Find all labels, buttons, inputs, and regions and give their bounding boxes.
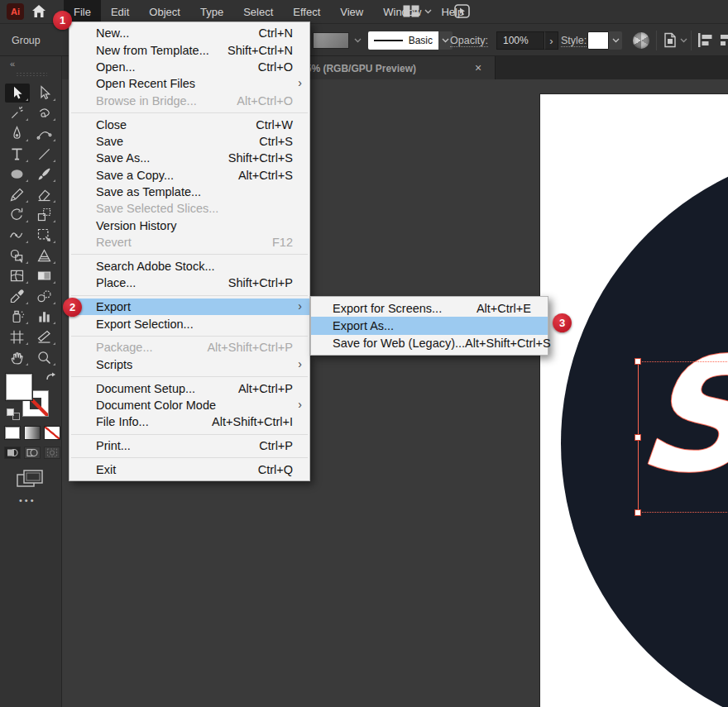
menu-item-print[interactable]: Print...Ctrl+P bbox=[69, 437, 309, 454]
fill-color-swatch[interactable] bbox=[313, 32, 349, 49]
blend-tool[interactable] bbox=[32, 287, 57, 306]
column-graph-tool[interactable] bbox=[32, 307, 57, 326]
opacity-input[interactable]: 100% bbox=[496, 31, 544, 50]
selection-handle-top-left[interactable] bbox=[635, 358, 641, 365]
type-tool[interactable] bbox=[5, 145, 30, 164]
menu-item-new[interactable]: New...Ctrl+N bbox=[69, 25, 309, 41]
direct-selection-tool[interactable] bbox=[32, 84, 57, 103]
align-center-icon[interactable] bbox=[721, 32, 728, 48]
eraser-tool[interactable] bbox=[32, 185, 57, 204]
color-mode-button[interactable] bbox=[4, 426, 21, 440]
menu-item-save-as-template[interactable]: Save as Template... bbox=[69, 184, 309, 200]
illustrator-logo-icon[interactable]: Ai bbox=[7, 3, 24, 20]
menu-item-browse-in-bridge[interactable]: Browse in Bridge...Alt+Ctrl+O bbox=[69, 93, 309, 109]
toolbar-overflow-icon[interactable]: ••• bbox=[19, 495, 36, 505]
menubar-item-object[interactable]: Object bbox=[139, 0, 190, 23]
panel-grip[interactable] bbox=[16, 72, 47, 77]
gradient-mode-button[interactable] bbox=[24, 426, 41, 440]
menu-item-save-a-copy[interactable]: Save a Copy...Alt+Ctrl+S bbox=[69, 167, 309, 184]
gradient-tool[interactable] bbox=[32, 266, 57, 285]
style-chevron-icon[interactable] bbox=[609, 31, 622, 50]
mesh-tool[interactable] bbox=[5, 266, 30, 285]
selection-handle-mid-left[interactable] bbox=[635, 434, 641, 441]
zoom-tool[interactable] bbox=[32, 348, 57, 367]
eyedropper-tool[interactable] bbox=[5, 287, 30, 306]
menu-item-version-history[interactable]: Version History bbox=[69, 217, 309, 234]
ellipse-tool[interactable] bbox=[5, 165, 30, 184]
menu-item-save-selected-slices[interactable]: Save Selected Slices... bbox=[69, 200, 309, 217]
style-label[interactable]: Style: bbox=[561, 35, 587, 47]
selection-tool[interactable] bbox=[5, 84, 30, 103]
draw-inside-button[interactable] bbox=[44, 447, 60, 459]
artboard-tool[interactable] bbox=[5, 327, 30, 346]
menubar-item-select[interactable]: Select bbox=[233, 0, 283, 23]
close-tab-icon[interactable]: × bbox=[475, 61, 481, 74]
share-screen-icon[interactable] bbox=[454, 4, 470, 18]
menu-item-exit[interactable]: ExitCtrl+Q bbox=[69, 461, 309, 478]
home-icon[interactable] bbox=[31, 4, 46, 18]
stroke-style-preview[interactable]: Basic bbox=[368, 31, 438, 50]
swap-fill-stroke-icon[interactable] bbox=[46, 372, 57, 384]
menu-item-export-as[interactable]: Export As... bbox=[311, 317, 548, 334]
shape-builder-tool[interactable] bbox=[5, 246, 30, 265]
menubar-item-edit[interactable]: Edit bbox=[101, 0, 139, 23]
draw-behind-button[interactable] bbox=[24, 447, 41, 459]
menu-item-close[interactable]: CloseCtrl+W bbox=[69, 116, 309, 132]
magic-wand-tool[interactable] bbox=[5, 103, 30, 122]
symbol-sprayer-tool[interactable] bbox=[5, 307, 30, 326]
selection-handle-bottom-left[interactable] bbox=[635, 509, 641, 516]
menu-item-revert[interactable]: RevertF12 bbox=[69, 234, 309, 251]
menu-item-new-from-template[interactable]: New from Template...Shift+Ctrl+N bbox=[69, 41, 309, 58]
draw-normal-button[interactable] bbox=[4, 447, 21, 459]
menu-item-export[interactable]: Export› bbox=[69, 299, 309, 315]
document-setup-chevron-icon[interactable] bbox=[680, 38, 687, 43]
menu-item-save-for-web-legacy[interactable]: Save for Web (Legacy)...Alt+Shift+Ctrl+S bbox=[311, 335, 548, 352]
collapse-panel-icon[interactable]: « bbox=[10, 59, 16, 69]
menubar-item-view[interactable]: View bbox=[330, 0, 373, 23]
menu-item-label: Save As... bbox=[96, 151, 228, 165]
menu-item-search-adobe-stock[interactable]: Search Adobe Stock... bbox=[69, 258, 309, 275]
curvature-tool[interactable] bbox=[32, 124, 57, 143]
recolor-artwork-icon[interactable] bbox=[633, 32, 649, 49]
menu-item-export-for-screens[interactable]: Export for Screens...Alt+Ctrl+E bbox=[311, 299, 548, 317]
style-swatch[interactable] bbox=[587, 31, 609, 50]
line-segment-tool[interactable] bbox=[32, 145, 57, 164]
document-setup-icon[interactable] bbox=[663, 32, 678, 48]
fill-color-well[interactable] bbox=[6, 374, 32, 400]
opacity-dropdown-arrow-icon[interactable]: › bbox=[544, 31, 558, 50]
menu-item-save[interactable]: SaveCtrl+S bbox=[69, 133, 309, 150]
menu-item-document-setup[interactable]: Document Setup...Alt+Ctrl+P bbox=[69, 380, 309, 396]
scale-tool[interactable] bbox=[32, 205, 57, 224]
slice-tool[interactable] bbox=[32, 327, 57, 346]
width-tool[interactable] bbox=[5, 226, 30, 245]
default-fill-stroke-icon[interactable] bbox=[7, 408, 20, 420]
pen-tool[interactable] bbox=[5, 124, 30, 143]
menubar-item-type[interactable]: Type bbox=[190, 0, 233, 23]
menu-item-package[interactable]: Package...Alt+Shift+Ctrl+P bbox=[69, 339, 309, 356]
opacity-label[interactable]: Opacity: bbox=[450, 35, 488, 47]
rotate-tool[interactable] bbox=[5, 205, 30, 224]
menu-item-place[interactable]: Place...Shift+Ctrl+P bbox=[69, 275, 309, 291]
fill-color-chevron-icon[interactable] bbox=[354, 38, 362, 43]
menu-item-save-as[interactable]: Save As...Shift+Ctrl+S bbox=[69, 150, 309, 166]
menubar-item-effect[interactable]: Effect bbox=[283, 0, 330, 23]
lasso-tool[interactable] bbox=[32, 103, 57, 122]
paintbrush-tool[interactable] bbox=[32, 165, 57, 184]
menu-item-open-recent-files[interactable]: Open Recent Files› bbox=[69, 75, 309, 92]
align-left-icon[interactable] bbox=[697, 32, 713, 48]
pencil-tool[interactable] bbox=[5, 185, 30, 204]
menu-item-export-selection[interactable]: Export Selection... bbox=[69, 315, 309, 332]
menu-item-open[interactable]: Open...Ctrl+O bbox=[69, 59, 309, 75]
perspective-grid-tool[interactable] bbox=[32, 246, 57, 265]
menu-item-scripts[interactable]: Scripts› bbox=[69, 356, 309, 373]
hand-tool[interactable] bbox=[5, 348, 30, 367]
menu-item-file-info[interactable]: File Info...Alt+Shift+Ctrl+I bbox=[69, 413, 309, 430]
menu-item-label: File Info... bbox=[96, 415, 212, 428]
change-screen-mode-icon[interactable] bbox=[17, 470, 45, 490]
free-transform-tool[interactable] bbox=[32, 226, 57, 245]
menu-item-document-color-mode[interactable]: Document Color Mode› bbox=[69, 397, 309, 413]
workspace-switcher-icon[interactable] bbox=[403, 5, 419, 17]
workspace-chevron-down-icon[interactable] bbox=[424, 9, 432, 14]
none-mode-button[interactable] bbox=[44, 426, 60, 440]
selection-bounding-box[interactable] bbox=[638, 361, 728, 513]
